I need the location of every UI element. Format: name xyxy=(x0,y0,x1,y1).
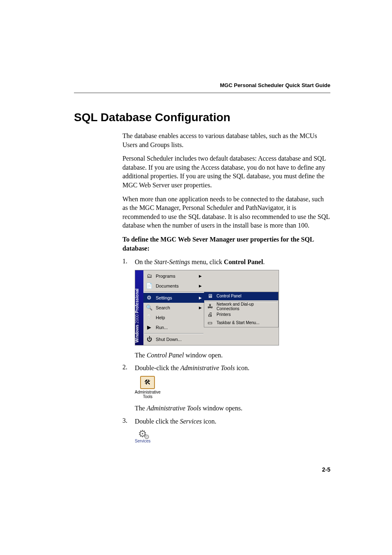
admin-tools-icon-figure: 🛠 Administrative Tools xyxy=(135,376,330,400)
settings-submenu: 🖥 Control Panel 🖧 Network and Dial-up Co… xyxy=(204,292,279,327)
start-menu-screenshot: Windows 2000 Professional 🗂 Programs ▶ 📄 xyxy=(135,270,330,347)
paragraph: Personal Scheduler includes two default … xyxy=(122,154,330,189)
menu-separator xyxy=(205,301,277,302)
procedure-list: 3. Double click the Services icon. xyxy=(122,417,330,426)
menu-separator xyxy=(144,333,203,334)
search-icon: 🔍 xyxy=(146,304,152,311)
control-panel-icon: 🖥 xyxy=(207,293,213,299)
body-column: The database enables access to various d… xyxy=(122,131,330,444)
step-text: On the Start-Settings menu, click Contro… xyxy=(135,258,330,267)
section-heading: SQL Database Configuration xyxy=(74,111,330,124)
submenu-item-control-panel[interactable]: 🖥 Control Panel xyxy=(204,292,278,300)
submenu-arrow-icon: ▶ xyxy=(199,274,202,278)
step-number: 2. xyxy=(122,364,135,373)
submenu-item-taskbar[interactable]: ▭ Taskbar & Start Menu... xyxy=(204,319,278,327)
step-number: 3. xyxy=(122,417,135,426)
programs-icon: 🗂 xyxy=(146,273,152,279)
admin-tools-icon[interactable]: 🛠 xyxy=(140,376,155,389)
help-icon: ❔ xyxy=(146,314,152,321)
document-page: MGC Personal Scheduler Quick Start Guide… xyxy=(0,0,392,555)
menu-item-help[interactable]: ❔ Help xyxy=(143,313,204,322)
network-icon: 🖧 xyxy=(207,303,213,310)
documents-icon: 📄 xyxy=(146,283,152,289)
start-menu-main: 🗂 Programs ▶ 📄 Documents ▶ xyxy=(143,270,204,345)
header-rule xyxy=(74,92,330,93)
step-number: 1. xyxy=(122,258,135,267)
submenu-arrow-icon: ▶ xyxy=(199,296,202,300)
printers-icon: 🖨 xyxy=(207,311,213,318)
procedure-list: 1. On the Start-Settings menu, click Con… xyxy=(122,258,330,267)
paragraph: When more than one application needs to … xyxy=(122,195,330,230)
menu-item-run[interactable]: ▶ Run... xyxy=(143,322,204,332)
step-text: Double-click the Administrative Tools ic… xyxy=(135,364,330,373)
list-item: 1. On the Start-Settings menu, click Con… xyxy=(122,258,330,267)
step-followup: The Administrative Tools window opens. xyxy=(135,404,330,413)
settings-icon: ⚙ xyxy=(146,295,152,301)
taskbar-icon: ▭ xyxy=(207,320,213,326)
list-item: 2. Double-click the Administrative Tools… xyxy=(122,364,330,373)
shutdown-icon: ⏻ xyxy=(146,336,152,343)
submenu-item-network[interactable]: 🖧 Network and Dial-up Connections xyxy=(204,302,278,311)
step-followup: The Control Panel window open. xyxy=(135,351,330,360)
menu-separator xyxy=(144,292,203,292)
page-header-title: MGC Personal Scheduler Quick Start Guide xyxy=(220,82,330,88)
submenu-item-printers[interactable]: 🖨 Printers xyxy=(204,311,278,319)
menu-item-documents[interactable]: 📄 Documents ▶ xyxy=(143,281,204,291)
menu-item-search[interactable]: 🔍 Search ▶ xyxy=(143,303,204,313)
paragraph: The database enables access to various d… xyxy=(122,131,330,149)
services-icon[interactable]: ⚙⚙ xyxy=(138,429,147,439)
list-item: 3. Double click the Services icon. xyxy=(122,417,330,426)
run-icon: ▶ xyxy=(146,324,152,331)
services-icon-figure: ⚙⚙ Services xyxy=(135,429,330,444)
menu-item-programs[interactable]: 🗂 Programs ▶ xyxy=(143,271,204,281)
menu-item-shutdown[interactable]: ⏻ Shut Down... xyxy=(143,334,204,344)
submenu-arrow-icon: ▶ xyxy=(199,284,202,288)
submenu-arrow-icon: ▶ xyxy=(199,306,202,310)
page-number: 2-5 xyxy=(322,466,330,473)
step-text: Double click the Services icon. xyxy=(135,417,330,426)
start-menu-brand-strip: Windows 2000 Professional xyxy=(135,270,143,345)
procedure-list: 2. Double-click the Administrative Tools… xyxy=(122,364,330,373)
procedure-heading: To define the MGC Web Sever Manager user… xyxy=(122,235,330,253)
menu-item-settings[interactable]: ⚙ Settings ▶ xyxy=(143,293,204,303)
icon-label: Administrative Tools xyxy=(135,390,161,399)
content: SQL Database Configuration The database … xyxy=(74,111,330,444)
